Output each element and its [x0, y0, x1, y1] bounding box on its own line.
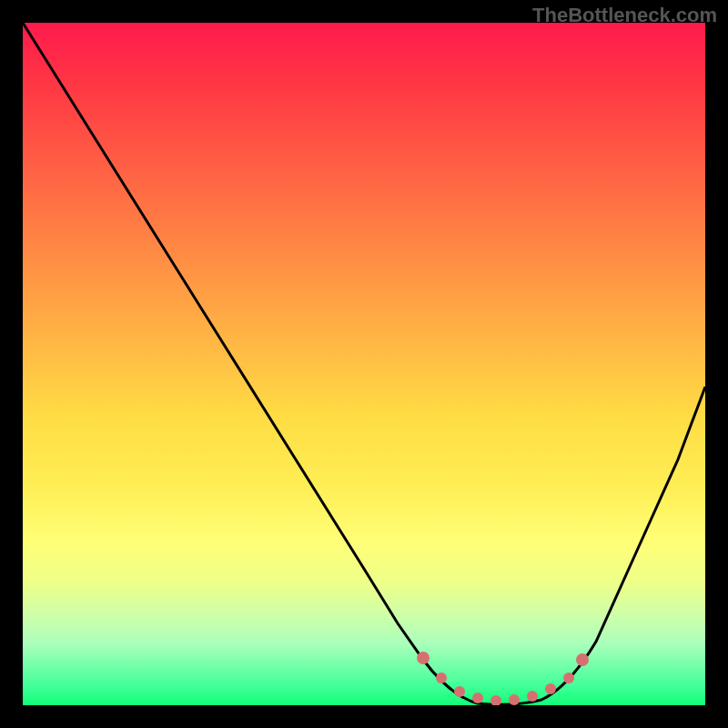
marker-dot — [563, 672, 574, 683]
marker-dot — [509, 694, 520, 705]
optimal-range-markers — [23, 23, 705, 705]
marker-dot — [436, 672, 447, 683]
marker-dot — [417, 652, 430, 664]
watermark-text: TheBottleneck.com — [532, 4, 717, 27]
marker-dot — [490, 695, 501, 705]
marker-dot — [576, 653, 589, 666]
marker-dot — [454, 686, 465, 697]
marker-dot — [527, 691, 538, 702]
marker-dot — [545, 683, 556, 694]
chart-plot-area — [23, 23, 705, 705]
marker-dot — [472, 693, 483, 703]
